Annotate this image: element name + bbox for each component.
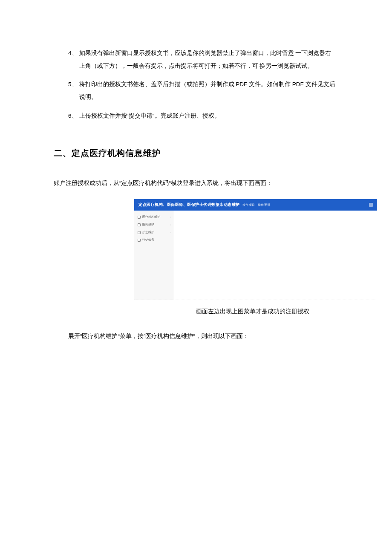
app-body: 医疗机构维护 › 医师维护 › 护士维护 › — [134, 211, 377, 300]
sidebar-item-cancel-account[interactable]: 注销账号 — [134, 236, 174, 244]
app-header: 定点医疗机构、医保医师、医保护士代码数据库动态维护 操作项目 操作手册 — [134, 199, 377, 211]
content-area — [174, 211, 377, 300]
paragraph-expand: 展开“医疗机构维护“菜单，按”医疗机构信息维护“，则出现以下画面： — [68, 330, 337, 343]
chevron-right-icon: › — [170, 231, 171, 234]
embedded-screenshot: 定点医疗机构、医保医师、医保护士代码数据库动态维护 操作项目 操作手册 医疗机构… — [134, 199, 377, 300]
list-text: 如果没有弹出新窗口显示授权文书，应该是你的浏览器禁止了弹出窗口，此时留意 一下浏… — [79, 47, 337, 72]
app-header-link-2: 操作手册 — [258, 203, 271, 207]
list-icon — [138, 216, 141, 219]
list-number: 5、 — [68, 78, 78, 103]
list-icon — [138, 231, 141, 234]
list-icon — [138, 239, 141, 242]
list-item-4: 4、 如果没有弹出新窗口显示授权文书，应该是你的浏览器禁止了弹出窗口，此时留意 … — [68, 47, 337, 72]
paragraph-intro: 账户注册授权成功后，从“定点医疗机构代码“模块登录进入系统，将出现下面画面： — [54, 177, 337, 190]
sidebar-item-doctor[interactable]: 医师维护 › — [134, 221, 174, 228]
list-number: 6、 — [68, 110, 78, 122]
section-heading-2: 二、定点医疗机构信息维护 — [54, 147, 337, 159]
app-header-link-1: 操作项目 — [242, 203, 255, 207]
sidebar-label: 医师维护 — [142, 223, 154, 227]
sidebar-label: 护士维护 — [142, 230, 154, 234]
chevron-right-icon: › — [170, 216, 171, 218]
user-icon — [369, 203, 373, 207]
list-number: 4、 — [68, 47, 78, 72]
chevron-right-icon: › — [170, 223, 171, 226]
list-item-5: 5、 将打印出的授权文书签名、盖章后扫描（或拍照）并制作成 PDF 文件。如何制… — [68, 78, 337, 103]
sidebar: 医疗机构维护 › 医师维护 › 护士维护 › — [134, 211, 174, 300]
sidebar-item-institution[interactable]: 医疗机构维护 › — [134, 213, 174, 221]
sidebar-label: 注销账号 — [142, 238, 154, 242]
list-text: 上传授权文件并按“提交申请“。完成账户注册、授权。 — [79, 110, 337, 122]
sidebar-item-nurse[interactable]: 护士维护 › — [134, 228, 174, 236]
list-text: 将打印出的授权文书签名、盖章后扫描（或拍照）并制作成 PDF 文件。如何制作 P… — [79, 78, 337, 103]
app-title: 定点医疗机构、医保医师、医保护士代码数据库动态维护 — [138, 202, 240, 208]
sidebar-label: 医疗机构维护 — [142, 215, 160, 219]
screenshot-caption: 画面左边出现上图菜单才是成功的注册授权 — [196, 308, 337, 315]
list-icon — [138, 223, 141, 226]
list-item-6: 6、 上传授权文件并按“提交申请“。完成账户注册、授权。 — [68, 110, 337, 122]
ordered-list: 4、 如果没有弹出新窗口显示授权文书，应该是你的浏览器禁止了弹出窗口，此时留意 … — [68, 47, 337, 122]
